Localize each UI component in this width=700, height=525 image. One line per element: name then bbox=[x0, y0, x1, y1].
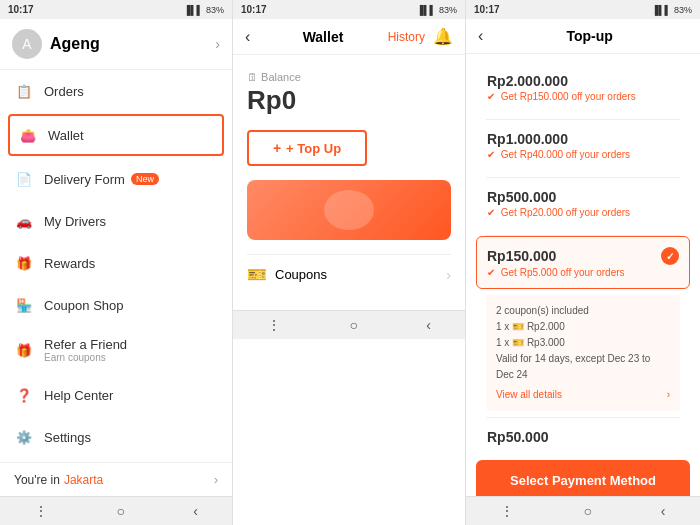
banner-bird-image bbox=[324, 190, 374, 230]
coupon-info-box: 2 coupon(s) included 1 x 🎫 Rp2.000 1 x 🎫… bbox=[486, 295, 680, 411]
nav-lines-icon-2[interactable]: ⋮ bbox=[267, 317, 281, 333]
nav-back-icon-3[interactable]: ‹ bbox=[661, 503, 666, 519]
coupon-line3: 1 x 🎫 Rp3.000 bbox=[496, 335, 670, 351]
view-details-chevron-icon: › bbox=[667, 387, 670, 403]
promo-2000000: ✔ Get Rp150.000 off your orders bbox=[487, 91, 679, 102]
nav-lines-icon[interactable]: ⋮ bbox=[34, 503, 48, 519]
sidebar-item-help[interactable]: ❓ Help Center bbox=[0, 374, 232, 416]
nav-home-icon[interactable]: ○ bbox=[116, 503, 124, 519]
sidebar-item-rewards[interactable]: 🎁 Rewards bbox=[0, 242, 232, 284]
wallet-back-button[interactable]: ‹ bbox=[245, 28, 250, 46]
topup-option-2000000[interactable]: Rp2.000.000 ✔ Get Rp150.000 off your ord… bbox=[476, 62, 690, 113]
signal-icon-2: ▐▌▌ bbox=[417, 5, 436, 15]
topup-option-1000000[interactable]: Rp1.000.000 ✔ Get Rp40.000 off your orde… bbox=[476, 120, 690, 171]
balance-amount: Rp0 bbox=[247, 85, 451, 116]
nav-lines-icon-3[interactable]: ⋮ bbox=[500, 503, 514, 519]
topup-button[interactable]: + + Top Up bbox=[247, 130, 367, 166]
coupons-chevron-icon: › bbox=[446, 267, 451, 283]
signal-icon: ▐▌▌ bbox=[184, 5, 203, 15]
settings-label: Settings bbox=[44, 430, 91, 445]
delivery-label: Delivery Form bbox=[44, 172, 125, 187]
topup-option-150000[interactable]: Rp150.000 ✓ ✔ Get Rp5.000 off your order… bbox=[476, 236, 690, 289]
signal-icon-3: ▐▌▌ bbox=[652, 5, 671, 15]
promo-tick-icon-3: ✔ bbox=[487, 207, 495, 218]
settings-icon: ⚙️ bbox=[14, 427, 34, 447]
coupon-line1: 2 coupon(s) included bbox=[496, 303, 670, 319]
selected-indicator: ✓ bbox=[661, 247, 679, 265]
status-bar-1: 10:17 ▐▌▌ 83% bbox=[0, 0, 232, 19]
promo-150000: ✔ Get Rp5.000 off your orders bbox=[487, 267, 679, 278]
coupons-row[interactable]: 🎫 Coupons › bbox=[247, 254, 451, 294]
status-icons-3: ▐▌▌ 83% bbox=[652, 5, 692, 15]
location-prefix: You're in bbox=[14, 473, 60, 487]
user-header[interactable]: A Ageng › bbox=[0, 19, 232, 70]
header-chevron-icon: › bbox=[215, 36, 220, 52]
select-payment-button[interactable]: Select Payment Method bbox=[476, 460, 690, 501]
promo-banner bbox=[247, 180, 451, 240]
promo-500000: ✔ Get Rp20.000 off your orders bbox=[487, 207, 679, 218]
location-chevron-icon: › bbox=[214, 473, 218, 487]
topup-option-500000[interactable]: Rp500.000 ✔ Get Rp20.000 off your orders bbox=[476, 178, 690, 229]
menu-list: 📋 Orders 👛 Wallet 📄 Delivery Form New 🚗 … bbox=[0, 70, 232, 496]
user-name: Ageng bbox=[50, 35, 215, 53]
nav-back-icon[interactable]: ‹ bbox=[193, 503, 198, 519]
sidebar-item-my-drivers[interactable]: 🚗 My Drivers bbox=[0, 200, 232, 242]
drivers-label: My Drivers bbox=[44, 214, 106, 229]
sidebar-item-settings[interactable]: ⚙️ Settings bbox=[0, 416, 232, 458]
avatar: A bbox=[12, 29, 42, 59]
nav-home-icon-2[interactable]: ○ bbox=[349, 317, 357, 333]
promo-tick-icon-4: ✔ bbox=[487, 267, 495, 278]
sidebar-item-coupon-shop[interactable]: 🏪 Coupon Shop bbox=[0, 284, 232, 326]
topup-label: + Top Up bbox=[286, 141, 341, 156]
coupons-label: Coupons bbox=[275, 267, 446, 282]
time-1: 10:17 bbox=[8, 4, 34, 15]
sidebar-item-refer[interactable]: 🎁 Refer a Friend Earn coupons bbox=[0, 326, 232, 374]
amount-1000000: Rp1.000.000 bbox=[487, 131, 679, 147]
balance-label: 🗓 Balance bbox=[247, 71, 451, 83]
new-badge: New bbox=[131, 173, 159, 185]
amount-50000: Rp50.000 bbox=[487, 429, 679, 445]
topup-nav-header: ‹ Top-up bbox=[466, 19, 700, 54]
time-2: 10:17 bbox=[241, 4, 267, 15]
topup-option-50000[interactable]: Rp50.000 bbox=[476, 418, 690, 456]
nav-back-icon-2[interactable]: ‹ bbox=[426, 317, 431, 333]
sidebar-item-wallet[interactable]: 👛 Wallet bbox=[8, 114, 224, 156]
bottom-nav-2: ⋮ ○ ‹ bbox=[233, 310, 465, 339]
sidebar-item-delivery-form[interactable]: 📄 Delivery Form New bbox=[0, 158, 232, 200]
nav-home-icon-3[interactable]: ○ bbox=[583, 503, 591, 519]
wallet-title: Wallet bbox=[258, 29, 387, 45]
status-icons-1: ▐▌▌ 83% bbox=[184, 5, 224, 15]
panel-wallet: 10:17 ▐▌▌ 83% ‹ Wallet History 🔔 🗓 Balan… bbox=[233, 0, 466, 525]
view-details-link[interactable]: View all details › bbox=[496, 387, 670, 403]
location-item[interactable]: You're in Jakarta › bbox=[0, 462, 232, 496]
bottom-nav-1: ⋮ ○ ‹ bbox=[0, 496, 232, 525]
history-tab[interactable]: History bbox=[388, 30, 425, 44]
topup-back-button[interactable]: ‹ bbox=[478, 27, 483, 45]
battery-2: 83% bbox=[439, 5, 457, 15]
coupon-validity: Valid for 14 days, except Dec 23 to Dec … bbox=[496, 351, 670, 383]
amount-150000: Rp150.000 ✓ bbox=[487, 247, 679, 265]
coupons-icon: 🎫 bbox=[247, 265, 267, 284]
status-icons-2: ▐▌▌ 83% bbox=[417, 5, 457, 15]
panel-topup: 10:17 ▐▌▌ 83% ‹ Top-up Rp2.000.000 ✔ Get… bbox=[466, 0, 700, 525]
coupon-shop-label: Coupon Shop bbox=[44, 298, 124, 313]
location-text: Jakarta bbox=[64, 473, 103, 487]
plus-icon: + bbox=[273, 140, 281, 156]
panel-menu: 10:17 ▐▌▌ 83% A Ageng › 📋 Orders 👛 Walle… bbox=[0, 0, 233, 525]
battery-1: 83% bbox=[206, 5, 224, 15]
sidebar-item-orders[interactable]: 📋 Orders bbox=[0, 70, 232, 112]
bell-icon[interactable]: 🔔 bbox=[433, 27, 453, 46]
wallet-nav-header: ‹ Wallet History 🔔 bbox=[233, 19, 465, 55]
time-3: 10:17 bbox=[474, 4, 500, 15]
status-bar-3: 10:17 ▐▌▌ 83% bbox=[466, 0, 700, 19]
delivery-icon: 📄 bbox=[14, 169, 34, 189]
amount-500000: Rp500.000 bbox=[487, 189, 679, 205]
refer-icon: 🎁 bbox=[14, 340, 34, 360]
wallet-icon: 👛 bbox=[18, 125, 38, 145]
promo-tick-icon-2: ✔ bbox=[487, 149, 495, 160]
amount-2000000: Rp2.000.000 bbox=[487, 73, 679, 89]
rewards-icon: 🎁 bbox=[14, 253, 34, 273]
help-label: Help Center bbox=[44, 388, 113, 403]
wallet-label: Wallet bbox=[48, 128, 84, 143]
topup-title: Top-up bbox=[491, 28, 688, 44]
